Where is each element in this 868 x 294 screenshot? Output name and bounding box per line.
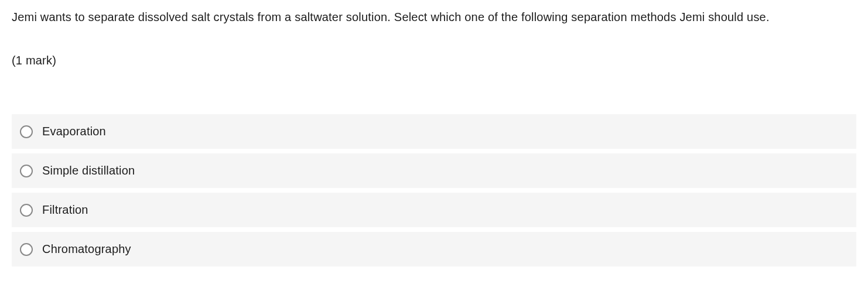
option-evaporation[interactable]: Evaporation — [12, 114, 856, 149]
radio-icon — [20, 204, 33, 217]
option-chromatography[interactable]: Chromatography — [12, 232, 856, 266]
option-label: Evaporation — [42, 125, 106, 138]
radio-icon — [20, 165, 33, 177]
radio-icon — [20, 243, 33, 256]
question-container: Jemi wants to separate dissolved salt cr… — [0, 0, 868, 266]
option-label: Filtration — [42, 203, 88, 217]
options-list: Evaporation Simple distillation Filtrati… — [12, 114, 856, 266]
question-text: Jemi wants to separate dissolved salt cr… — [12, 8, 856, 26]
question-marks: (1 mark) — [12, 54, 856, 67]
radio-icon — [20, 125, 33, 138]
option-label: Simple distillation — [42, 164, 135, 177]
option-simple-distillation[interactable]: Simple distillation — [12, 153, 856, 188]
option-filtration[interactable]: Filtration — [12, 193, 856, 227]
option-label: Chromatography — [42, 242, 131, 256]
